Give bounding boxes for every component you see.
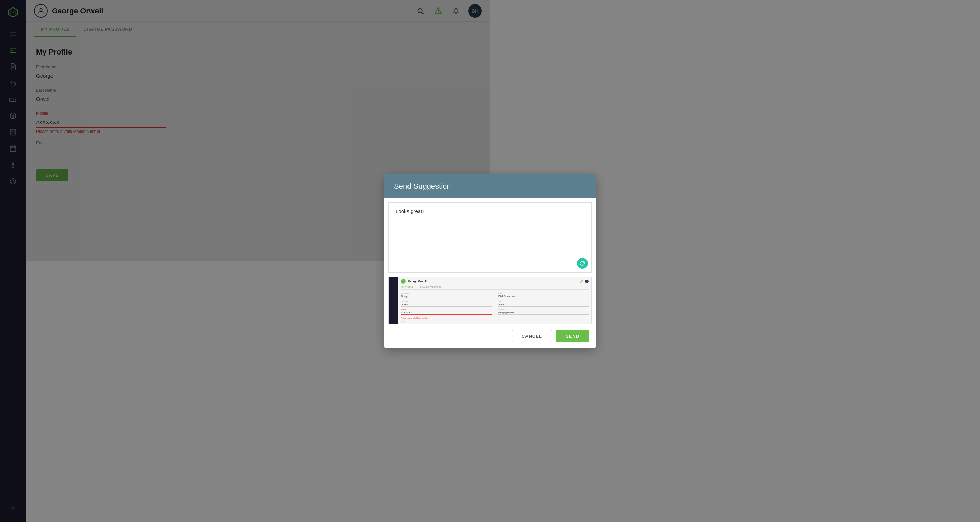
modal-title: Send Suggestion [394, 182, 451, 190]
suggestion-textarea-wrapper: Looks great! [388, 202, 490, 261]
suggestion-textarea[interactable]: Looks great! [389, 203, 490, 261]
modal-header: Send Suggestion [384, 175, 490, 198]
modal-body: Looks great! George Orwell 🔔 [384, 202, 490, 261]
send-suggestion-modal: Send Suggestion Looks great! Geor [384, 175, 490, 261]
modal-overlay: Send Suggestion Looks great! Geor [0, 0, 490, 261]
